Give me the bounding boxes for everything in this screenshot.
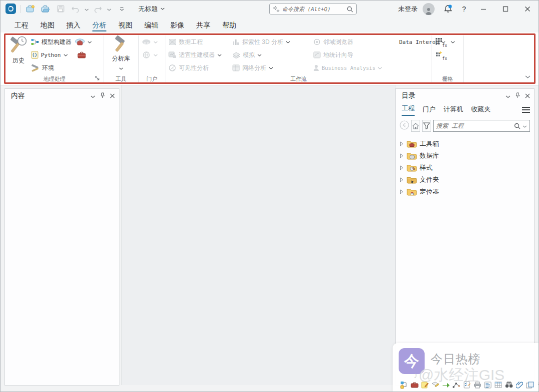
tab-map[interactable]: 地图 [34,18,60,32]
help-icon[interactable]: ? [456,5,473,13]
tab-project[interactable]: 工程 [8,18,34,32]
command-search-input[interactable] [282,6,344,12]
catalog-tab-computer[interactable]: 计算机 [444,105,463,116]
python-chevron-icon[interactable] [63,51,68,58]
table-icon[interactable] [494,381,503,389]
edit-vertices-icon[interactable] [452,381,461,389]
catalog-menu-icon[interactable] [522,107,530,116]
python-button[interactable]: Python [29,48,101,61]
tab-imagery[interactable]: 影像 [164,18,190,32]
raster-functions-button[interactable]: fx [434,35,457,48]
command-search[interactable] [269,3,357,14]
open-project-icon[interactable] [39,3,51,14]
ready-to-use-tools-chevron-icon[interactable] [87,38,92,45]
group-tools: 分析库 工具 [105,34,137,85]
search-options-chevron-icon[interactable] [523,121,527,130]
expander-icon[interactable] [400,153,404,158]
binoculars-icon[interactable] [505,381,513,389]
attachment-icon[interactable] [515,381,524,389]
home-icon[interactable] [411,120,420,132]
tree-item-toolboxes[interactable]: 工具箱 [399,138,532,150]
toolbox-icon[interactable] [410,381,419,389]
map-canvas-empty[interactable] [121,85,396,385]
redo-chevron-icon[interactable] [107,4,111,13]
tab-edit[interactable]: 编辑 [138,18,164,32]
back-icon[interactable] [400,120,409,132]
pin-icon[interactable] [100,91,105,100]
new-project-icon[interactable] [24,3,36,14]
business-analysis-chevron-icon [378,64,382,71]
print-icon[interactable] [473,381,482,389]
suitability-modeler-button[interactable]: 适宜性建模器 [167,48,231,61]
business-analysis-button[interactable]: Business Analysis [312,61,395,74]
toolbox-folder-icon [407,140,417,148]
panel-menu-chevron-icon[interactable] [506,91,511,100]
duplicate-window-icon[interactable] [526,381,534,389]
close-panel-icon[interactable] [110,91,115,100]
document-title[interactable]: 无标题 [138,4,165,13]
close-icon[interactable] [517,0,539,17]
pin-icon[interactable] [516,91,520,100]
signin-status[interactable]: 未登录 [398,4,418,13]
undo-icon[interactable] [69,3,81,14]
customize-qat-icon[interactable] [119,4,124,13]
expander-icon[interactable] [400,189,404,194]
close-panel-icon[interactable] [525,91,530,100]
edit-note-icon[interactable] [421,381,429,389]
tag-edit-icon[interactable] [431,381,440,389]
report-list-icon[interactable] [484,381,492,389]
neighborhood-explorer-button[interactable]: 邻域浏览器 [312,35,395,48]
save-icon[interactable] [54,3,66,14]
catalog-search-input[interactable] [436,122,512,129]
history-button[interactable]: 历史 [7,34,29,75]
expander-icon[interactable] [400,177,404,182]
visibility-analysis-button[interactable]: 可见性分析 [167,61,231,74]
model-link-icon[interactable] [400,381,408,389]
minimize-icon[interactable] [473,0,495,17]
task-checklist-icon[interactable] [463,381,471,389]
maximize-icon[interactable] [495,0,517,17]
strip-overflow-chevron-icon[interactable] [536,381,539,389]
catalog-tab-favorites[interactable]: 收藏夹 [471,105,491,116]
filter-icon[interactable] [422,120,431,132]
undo-chevron-icon[interactable] [84,4,89,13]
ready-to-use-tools-icon[interactable] [75,38,85,46]
panel-menu-chevron-icon[interactable] [90,91,95,100]
notifications-icon[interactable] [441,2,456,16]
tree-item-locators[interactable]: 定位器 [399,186,532,198]
green-arrow-icon[interactable] [442,381,450,389]
portal-analysis-button[interactable] [140,48,159,61]
main-area: 内容 目录 工程 门户 计算机 收藏夹 [0,85,539,392]
catalog-tab-portal[interactable]: 门户 [423,105,436,116]
redo-icon[interactable] [92,3,104,14]
data-interop-button[interactable]: Data Interop [395,35,430,48]
catalog-search[interactable] [433,120,530,132]
expander-icon[interactable] [400,141,404,146]
geostatistical-wizard-button[interactable]: 地统计向导 [312,48,395,61]
collapse-ribbon-icon[interactable] [525,72,531,81]
tree-item-databases[interactable]: 数据库 [399,150,532,162]
tree-item-folders[interactable]: 文件夹 [399,174,532,186]
data-engineering-button[interactable]: 数据工程 [167,35,231,48]
raster-functions-chevron-icon[interactable] [451,38,455,45]
catalog-tab-project[interactable]: 工程 [402,104,415,116]
modelbuilder-button[interactable]: 模型构建器 [29,35,101,48]
exploratory-3d-button[interactable]: 探索性 3D 分析 [231,35,312,48]
tab-help[interactable]: 帮助 [216,18,242,32]
tree-item-styles[interactable]: 样式 [399,162,532,174]
analysis-gallery-button[interactable]: 分析库 [110,34,132,75]
network-analysis-button[interactable]: 网络分析 [231,61,312,74]
tab-share[interactable]: 共享 [190,18,216,32]
tab-view[interactable]: 视图 [112,18,138,32]
package-toolbox-icon[interactable] [77,51,86,58]
tab-insert[interactable]: 插入 [60,18,86,32]
tab-analysis[interactable]: 分析 [86,18,112,32]
expander-icon[interactable] [400,165,404,170]
simulation-button[interactable]: 模拟 [231,48,312,61]
portal-tools-button[interactable] [140,35,159,48]
app-logo-icon[interactable] [5,3,16,14]
environments-button[interactable]: 环境 [29,61,101,74]
user-avatar-icon[interactable] [423,3,435,15]
new-raster-function-button[interactable]: fx [434,48,457,61]
dialog-launcher-icon[interactable] [94,75,100,83]
